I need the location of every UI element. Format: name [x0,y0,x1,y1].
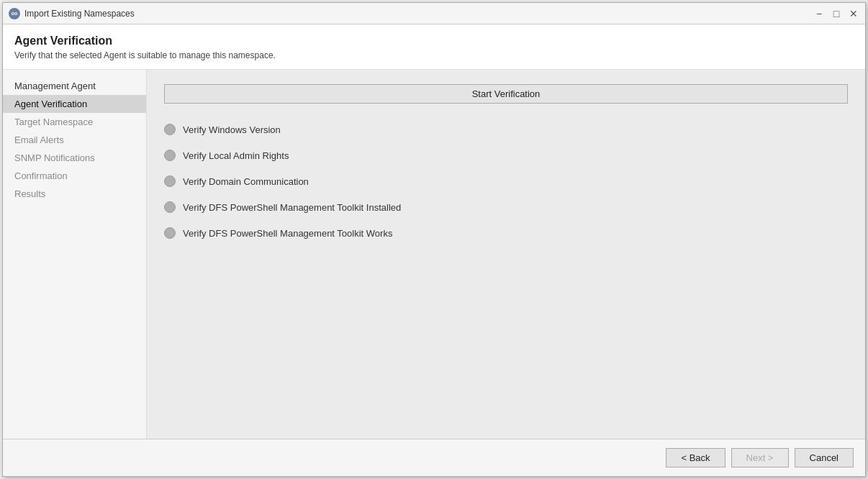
content-header: Agent Verification Verify that the selec… [3,24,865,70]
check-dot-windows-version [164,124,176,135]
back-button[interactable]: < Back [666,448,725,467]
check-dot-domain-communication [164,175,176,187]
verification-panel: Start Verification Verify Windows Versio… [147,70,865,439]
footer: < Back Next > Cancel [3,439,865,476]
check-label-domain-communication: Verify Domain Communication [183,176,309,187]
sidebar-item-agent-verification[interactable]: Agent Verification [3,95,146,113]
check-label-dfs-installed: Verify DFS PowerShell Management Toolkit… [183,202,401,213]
main-area: Management Agent Agent Verification Targ… [3,70,865,439]
title-bar: oo Import Existing Namespaces − □ ✕ [3,3,865,24]
sidebar: Management Agent Agent Verification Targ… [3,70,147,439]
sidebar-item-results: Results [3,185,146,203]
check-item-windows-version: Verify Windows Version [164,117,848,142]
minimize-button[interactable]: − [813,8,825,19]
check-item-domain-communication: Verify Domain Communication [164,168,848,194]
check-dot-dfs-works [164,227,176,239]
check-item-dfs-installed: Verify DFS PowerShell Management Toolkit… [164,194,848,220]
check-item-dfs-works: Verify DFS PowerShell Management Toolkit… [164,220,848,246]
check-label-dfs-works: Verify DFS PowerShell Management Toolkit… [183,228,392,239]
window-title: Import Existing Namespaces [24,9,135,19]
sidebar-item-snmp-notifications: SNMP Notifications [3,149,146,167]
check-item-local-admin: Verify Local Admin Rights [164,142,848,168]
sidebar-item-management-agent[interactable]: Management Agent [3,77,146,95]
check-dot-dfs-installed [164,201,176,213]
app-icon: oo [9,8,20,19]
next-button[interactable]: Next > [731,448,789,467]
page-title: Agent Verification [14,35,854,47]
start-verification-button[interactable]: Start Verification [164,84,848,104]
cancel-button[interactable]: Cancel [795,448,854,467]
sidebar-item-confirmation: Confirmation [3,167,146,185]
check-dot-local-admin [164,150,176,161]
sidebar-item-target-namespace: Target Namespace [3,113,146,131]
check-label-local-admin: Verify Local Admin Rights [183,150,289,161]
main-window: oo Import Existing Namespaces − □ ✕ Agen… [2,2,866,477]
restore-button[interactable]: □ [831,8,842,19]
check-label-windows-version: Verify Windows Version [183,124,281,135]
sidebar-item-email-alerts: Email Alerts [3,131,146,149]
page-subtitle: Verify that the selected Agent is suitab… [14,50,854,60]
close-button[interactable]: ✕ [848,8,859,19]
